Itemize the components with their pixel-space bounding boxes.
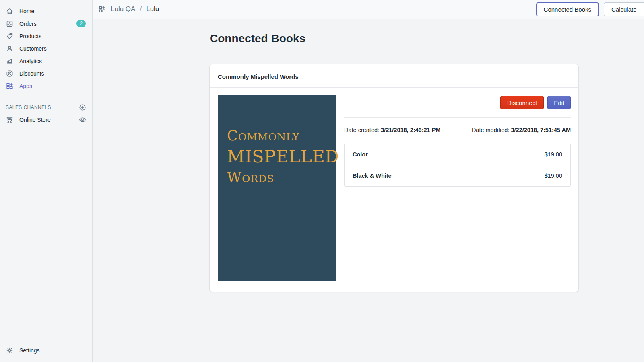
topbar: Lulu QA / Lulu Connected Books Calculate <box>93 0 644 19</box>
breadcrumb-parent-link[interactable]: Lulu QA <box>111 5 135 13</box>
variant-name: Black & White <box>353 173 392 179</box>
add-channel-plus-circle-icon[interactable] <box>78 103 87 111</box>
sidebar-item-discounts[interactable]: Discounts <box>0 67 92 80</box>
sidebar-item-label: Orders <box>19 21 37 27</box>
sidebar-item-label: Online Store <box>19 117 51 123</box>
discounts-icon <box>6 70 14 78</box>
cover-line-1: Commonly <box>227 125 332 146</box>
book-card: Commonly Mispelled Words Commonly MISPEL… <box>210 64 578 292</box>
sales-channels-label: SALES CHANNELS <box>6 105 51 110</box>
variant-row-color: Color $19.00 <box>345 144 570 165</box>
variants-table: Color $19.00 Black & White $19.00 <box>344 144 571 187</box>
eye-icon[interactable] <box>78 116 87 124</box>
date-created-value: 3/21/2018, 2:46:21 PM <box>381 127 440 133</box>
book-title: Commonly Mispelled Words <box>218 73 570 80</box>
home-icon <box>6 7 14 15</box>
apps-icon <box>6 82 14 90</box>
date-modified-value: 3/22/2018, 7:51:45 AM <box>511 127 571 133</box>
sidebar-item-products[interactable]: Products <box>0 30 92 42</box>
sidebar-settings-row: Settings <box>0 344 92 356</box>
book-details: Disconnect Edit Date created: 3/21/2018,… <box>344 95 571 281</box>
breadcrumb-separator: / <box>140 5 142 13</box>
sidebar: Home Orders 2 Products Customers <box>0 0 93 362</box>
orders-icon <box>6 20 14 28</box>
sidebar-item-home[interactable]: Home <box>0 5 92 17</box>
sidebar-item-label: Settings <box>19 347 40 354</box>
apps-grid-icon <box>98 5 106 13</box>
sidebar-nav: Home Orders 2 Products Customers <box>0 0 92 92</box>
sidebar-item-label: Analytics <box>19 58 42 64</box>
sidebar-item-label: Products <box>19 33 41 39</box>
sidebar-item-analytics[interactable]: Analytics <box>0 55 92 67</box>
page-title: Connected Books <box>210 32 305 45</box>
sidebar-item-label: Customers <box>19 45 47 52</box>
edit-button[interactable]: Edit <box>547 96 571 109</box>
date-modified-label: Date modified: <box>472 127 510 133</box>
analytics-icon <box>6 57 14 65</box>
dates-row: Date created: 3/21/2018, 2:46:21 PM Date… <box>344 127 571 133</box>
book-card-body: Commonly MISPELLED Words Disconnect Edit… <box>210 88 578 292</box>
sidebar-item-label: Home <box>19 8 34 14</box>
sidebar-item-online-store[interactable]: Online Store <box>0 113 92 126</box>
actions-divider <box>344 117 571 118</box>
date-created: Date created: 3/21/2018, 2:46:21 PM <box>344 127 440 133</box>
orders-count-badge: 2 <box>76 20 86 27</box>
sidebar-item-apps[interactable]: Apps <box>0 80 92 92</box>
variant-row-black-white: Black & White $19.00 <box>345 165 570 186</box>
date-modified: Date modified: 3/22/2018, 7:51:45 AM <box>472 127 571 133</box>
sidebar-item-label: Apps <box>19 83 32 89</box>
sidebar-item-orders[interactable]: Orders 2 <box>0 17 92 30</box>
sales-channels-header: SALES CHANNELS <box>0 101 92 113</box>
book-cover-image: Commonly MISPELLED Words <box>218 95 336 281</box>
variant-name: Color <box>353 151 368 158</box>
variant-price: $19.00 <box>545 151 562 158</box>
cover-line-2: MISPELLED <box>227 146 332 167</box>
book-card-header: Commonly Mispelled Words <box>210 64 578 88</box>
sidebar-item-settings[interactable]: Settings <box>0 344 92 356</box>
variant-price: $19.00 <box>545 173 562 179</box>
storefront-icon <box>6 116 14 124</box>
products-icon <box>6 32 14 40</box>
breadcrumb-current: Lulu <box>146 5 159 13</box>
connected-books-button[interactable]: Connected Books <box>536 2 599 16</box>
calculate-button[interactable]: Calculate <box>604 2 644 16</box>
disconnect-button[interactable]: Disconnect <box>500 96 544 109</box>
cover-line-3: Words <box>227 167 332 188</box>
customers-icon <box>6 45 14 53</box>
book-actions: Disconnect Edit <box>344 96 571 109</box>
date-created-label: Date created: <box>344 127 379 133</box>
sidebar-item-label: Discounts <box>19 70 44 77</box>
main-content: Connected Books Commonly Mispelled Words… <box>93 19 644 362</box>
sidebar-item-customers[interactable]: Customers <box>0 42 92 55</box>
settings-gear-icon <box>6 346 14 354</box>
